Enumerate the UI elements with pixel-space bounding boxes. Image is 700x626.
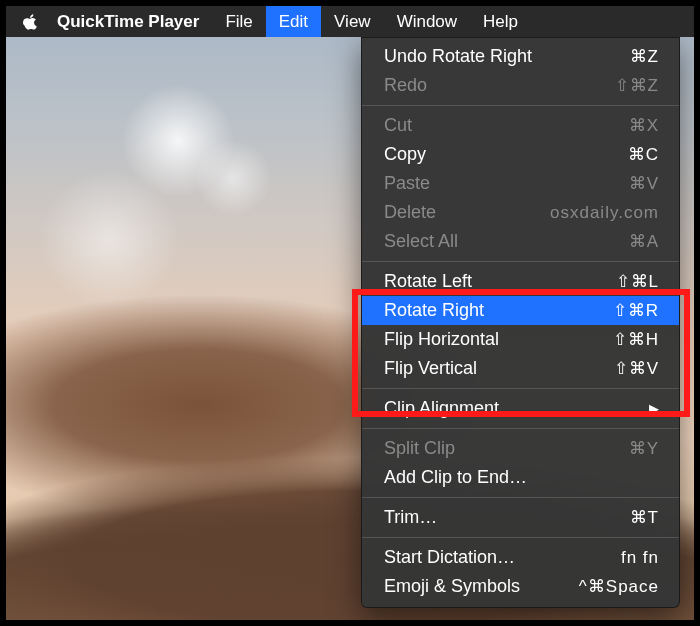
menu-item-shortcut: ⇧⌘H [613,329,659,350]
menu-separator [362,388,679,389]
menu-item-label: Flip Horizontal [384,329,613,350]
menu-file[interactable]: File [212,6,265,37]
menu-separator [362,261,679,262]
menu-item-shortcut: ⇧⌘L [616,271,659,292]
menu-item-label: Paste [384,173,629,194]
menu-item-label: Clip Alignment [384,398,649,419]
menu-item-label: Delete [384,202,550,223]
menu-item-shortcut: ⌘C [628,144,659,165]
menu-item-select-all: Select All ⌘A [362,227,679,256]
menu-item-cut: Cut ⌘X [362,111,679,140]
menu-item-clip-alignment[interactable]: Clip Alignment ▶ [362,394,679,423]
menu-edit[interactable]: Edit [266,6,321,37]
menu-item-label: Select All [384,231,629,252]
menu-item-label: Rotate Left [384,271,616,292]
submenu-arrow-icon: ▶ [649,401,659,416]
menu-window[interactable]: Window [384,6,470,37]
menu-item-copy[interactable]: Copy ⌘C [362,140,679,169]
menu-item-flip-horizontal[interactable]: Flip Horizontal ⇧⌘H [362,325,679,354]
menu-item-label: Redo [384,75,615,96]
menu-view[interactable]: View [321,6,384,37]
watermark-text: osxdaily.com [550,203,659,223]
menu-separator [362,497,679,498]
menu-item-label: Rotate Right [384,300,613,321]
menu-item-label: Undo Rotate Right [384,46,630,67]
menu-item-delete: Delete osxdaily.com [362,198,679,227]
menu-item-label: Copy [384,144,628,165]
menu-item-undo[interactable]: Undo Rotate Right ⌘Z [362,42,679,71]
menu-item-rotate-right[interactable]: Rotate Right ⇧⌘R [362,296,679,325]
menu-separator [362,428,679,429]
menubar: QuickTime Player File Edit View Window H… [6,6,694,37]
menu-item-emoji-symbols[interactable]: Emoji & Symbols ^⌘Space [362,572,679,601]
menu-item-redo: Redo ⇧⌘Z [362,71,679,100]
menu-item-label: Split Clip [384,438,629,459]
menu-separator [362,105,679,106]
menu-item-rotate-left[interactable]: Rotate Left ⇧⌘L [362,267,679,296]
menu-item-label: Trim… [384,507,630,528]
menu-separator [362,537,679,538]
menu-item-shortcut: ⇧⌘Z [615,75,659,96]
menu-item-flip-vertical[interactable]: Flip Vertical ⇧⌘V [362,354,679,383]
menu-item-label: Cut [384,115,629,136]
menu-item-label: Add Clip to End… [384,467,659,488]
menu-item-paste: Paste ⌘V [362,169,679,198]
menu-item-shortcut: ⌘Z [630,46,659,67]
menu-item-shortcut: ⌘A [629,231,659,252]
menu-item-shortcut: ^⌘Space [579,576,659,597]
menu-item-split-clip: Split Clip ⌘Y [362,434,679,463]
menu-item-shortcut: ⌘V [629,173,659,194]
menu-item-label: Emoji & Symbols [384,576,579,597]
menu-item-shortcut: ⌘X [629,115,659,136]
menu-item-label: Flip Vertical [384,358,614,379]
menu-item-shortcut: ⌘T [630,507,659,528]
menu-item-shortcut: ⇧⌘R [613,300,659,321]
menu-item-start-dictation[interactable]: Start Dictation… fn fn [362,543,679,572]
menu-help[interactable]: Help [470,6,531,37]
menu-item-trim[interactable]: Trim… ⌘T [362,503,679,532]
menu-item-label: Start Dictation… [384,547,621,568]
app-name[interactable]: QuickTime Player [44,6,212,37]
edit-dropdown: Undo Rotate Right ⌘Z Redo ⇧⌘Z Cut ⌘X Cop… [361,37,680,608]
menu-item-add-clip[interactable]: Add Clip to End… [362,463,679,492]
menu-item-shortcut: ⌘Y [629,438,659,459]
menu-item-shortcut: fn fn [621,548,659,568]
menu-item-shortcut: ⇧⌘V [614,358,659,379]
apple-logo-icon[interactable] [18,6,44,37]
